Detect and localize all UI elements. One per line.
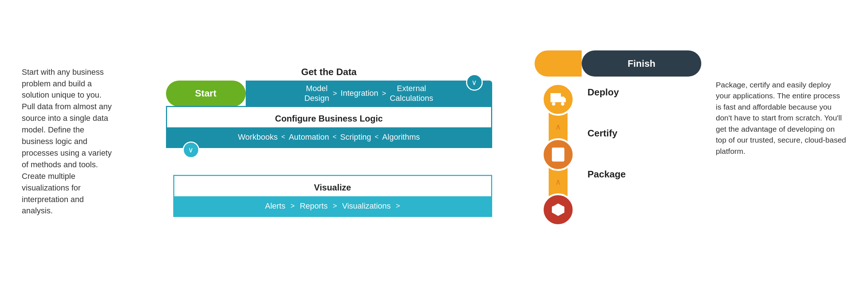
start-pill[interactable]: Start — [166, 81, 246, 107]
package-label-text: Package — [587, 169, 626, 180]
scripting-item: Scripting — [340, 132, 371, 142]
integration-item: Integration — [341, 89, 378, 98]
arrow-4: < — [333, 133, 337, 141]
package-label: Package — [587, 169, 626, 180]
svg-point-1 — [561, 102, 565, 106]
left-desc-text: Start with any business problem and buil… — [22, 67, 112, 216]
center-pipeline: Get the Data Start ModelDesign > Integra… — [123, 66, 535, 217]
visualize-title: Visualize — [174, 176, 491, 196]
right-area: Finish ∧ — [535, 50, 846, 233]
svg-point-0 — [552, 102, 556, 106]
configure-flow: Workbooks < Automation < Scripting < Alg… — [167, 127, 491, 147]
truck-icon — [550, 91, 566, 108]
right-desc-text: Package, certify and easily deploy your … — [716, 81, 846, 155]
arrow-1: > — [333, 89, 337, 98]
top-flow: ModelDesign > Integration > ExternalCalc… — [246, 81, 492, 107]
chevron-down-left: ∨ — [183, 142, 199, 158]
model-design-item: ModelDesign — [304, 84, 329, 103]
arrow-8: > — [396, 202, 400, 210]
arrow-5: < — [375, 133, 379, 141]
chevron-up-2: ∧ — [555, 177, 561, 187]
deploy-label-text: Deploy — [587, 87, 619, 98]
alerts-item: Alerts — [265, 201, 285, 211]
chevron-up-1: ∧ — [555, 122, 561, 132]
algorithms-item: Algorithms — [382, 132, 420, 142]
arrow-6: > — [291, 202, 295, 210]
finish-pill: Finish — [582, 50, 701, 77]
main-container: Start with any business problem and buil… — [0, 0, 868, 283]
deploy-icon-circle — [542, 83, 574, 116]
dcp-section: Finish ∧ — [535, 50, 709, 233]
dcp-icons-labels: ∧ ∧ — [535, 77, 626, 233]
top-bar: Start ModelDesign > Integration > Extern… — [166, 81, 492, 107]
deploy-label: Deploy — [587, 87, 626, 98]
workbooks-item: Workbooks — [238, 132, 278, 142]
package-icon-circle — [542, 193, 574, 226]
automation-item: Automation — [289, 132, 329, 142]
visualize-box: Visualize Alerts > Reports > Visualizati… — [173, 175, 492, 217]
arrow-2: > — [382, 89, 386, 98]
labels-column: Deploy Certify Package — [582, 77, 626, 186]
finish-bar: Finish — [535, 50, 701, 77]
configure-title: Configure Business Logic — [167, 107, 491, 127]
certify-label: Certify — [587, 128, 626, 139]
certify-icon-circle — [542, 138, 574, 171]
icons-column: ∧ ∧ — [535, 77, 582, 233]
visualize-flow: Alerts > Reports > Visualizations > — [174, 196, 491, 216]
get-data-title: Get the Data — [301, 66, 357, 78]
checkmark-icon — [550, 146, 566, 163]
left-description: Start with any business problem and buil… — [22, 66, 123, 217]
reports-item: Reports — [300, 201, 328, 211]
arrow-3: < — [281, 133, 285, 141]
visualizations-item: Visualizations — [342, 201, 391, 211]
chevron-spacer: ∨ — [166, 148, 492, 165]
orange-bar — [535, 50, 582, 77]
pipeline-wrapper: Start ModelDesign > Integration > Extern… — [166, 81, 492, 217]
chevron-down-top: ∨ — [466, 74, 483, 91]
configure-box: Configure Business Logic Workbooks < Aut… — [166, 106, 492, 148]
external-calc-item: ExternalCalculations — [390, 84, 433, 103]
arrow-7: > — [333, 202, 337, 210]
certify-label-text: Certify — [587, 128, 617, 139]
box-icon — [550, 201, 566, 218]
right-description: Package, certify and easily deploy your … — [716, 79, 846, 157]
